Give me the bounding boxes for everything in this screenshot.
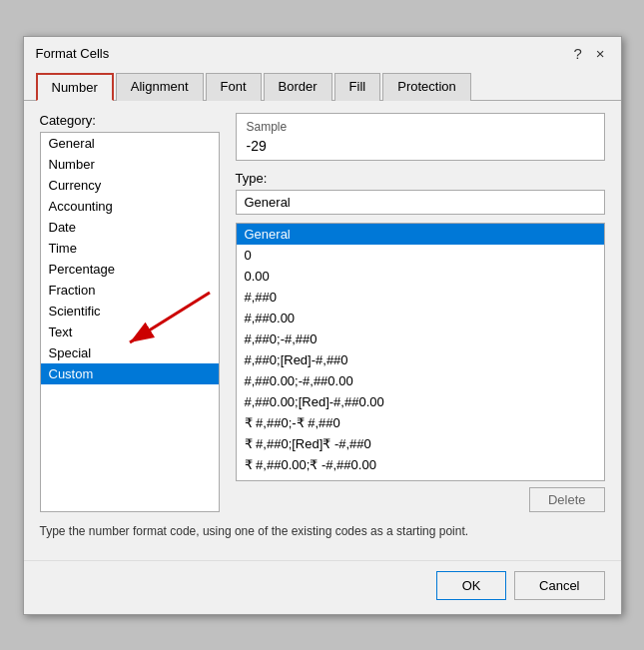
list-item[interactable]: General bbox=[41, 133, 219, 154]
list-item-custom[interactable]: Custom bbox=[41, 363, 219, 384]
format-list-item[interactable]: 0 bbox=[237, 245, 604, 266]
tab-border[interactable]: Border bbox=[264, 73, 332, 101]
list-item[interactable]: Time bbox=[41, 238, 219, 259]
list-item[interactable]: Text bbox=[41, 322, 219, 342]
cancel-button[interactable]: Cancel bbox=[514, 571, 604, 600]
category-list: General Number Currency Accounting Date … bbox=[41, 133, 219, 511]
list-item[interactable]: Date bbox=[41, 217, 219, 238]
delete-button[interactable]: Delete bbox=[529, 487, 605, 512]
list-item[interactable]: Number bbox=[41, 154, 219, 175]
format-list-item[interactable]: #,##0 bbox=[237, 287, 604, 308]
list-item[interactable]: Percentage bbox=[41, 259, 219, 280]
sample-value: -29 bbox=[247, 138, 594, 154]
tab-protection[interactable]: Protection bbox=[382, 73, 471, 101]
delete-row: Delete bbox=[236, 487, 605, 512]
dialog-content: Category: General Number Currency Accoun… bbox=[24, 101, 621, 552]
tab-number[interactable]: Number bbox=[36, 73, 114, 101]
sample-box: Sample -29 bbox=[236, 113, 605, 161]
category-section: Category: General Number Currency Accoun… bbox=[40, 113, 220, 512]
tab-alignment[interactable]: Alignment bbox=[116, 73, 204, 101]
list-item[interactable]: Fraction bbox=[41, 280, 219, 301]
format-cells-dialog: Format Cells ? × Number Alignment Font B… bbox=[23, 36, 622, 615]
format-list-item[interactable]: #,##0.00 bbox=[237, 308, 604, 328]
format-list-item[interactable]: ₹ #,##0;[Red]₹ -#,##0 bbox=[237, 433, 604, 454]
type-input[interactable] bbox=[236, 190, 605, 215]
button-row: OK Cancel bbox=[24, 560, 621, 614]
title-bar: Format Cells ? × bbox=[24, 37, 621, 62]
right-section: Sample -29 Type: General 0 0.00 #,##0 #,… bbox=[236, 113, 605, 512]
tab-bar: Number Alignment Font Border Fill Protec… bbox=[24, 66, 621, 101]
list-item[interactable]: Scientific bbox=[41, 301, 219, 322]
list-item[interactable]: Currency bbox=[41, 175, 219, 196]
format-list-item[interactable]: #,##0.00;-#,##0.00 bbox=[237, 370, 604, 391]
format-list-item[interactable]: ₹ #,##0.00;₹ -#,##0.00 bbox=[237, 454, 604, 475]
sample-label: Sample bbox=[247, 120, 594, 134]
dialog-title: Format Cells bbox=[36, 46, 110, 61]
title-bar-buttons: ? × bbox=[569, 45, 608, 62]
main-row: Category: General Number Currency Accoun… bbox=[40, 113, 605, 512]
format-list-item[interactable]: #,##0.00;[Red]-#,##0.00 bbox=[237, 391, 604, 412]
tab-font[interactable]: Font bbox=[206, 73, 262, 101]
close-button[interactable]: × bbox=[592, 45, 609, 62]
format-list-item[interactable]: 0.00 bbox=[237, 266, 604, 287]
list-item[interactable]: Accounting bbox=[41, 196, 219, 217]
ok-button[interactable]: OK bbox=[436, 571, 506, 600]
list-item[interactable]: Special bbox=[41, 342, 219, 363]
format-list: General 0 0.00 #,##0 #,##0.00 #,##0;-#,#… bbox=[237, 224, 604, 480]
format-list-item[interactable]: #,##0;-#,##0 bbox=[237, 328, 604, 349]
format-list-item[interactable]: #,##0;[Red]-#,##0 bbox=[237, 349, 604, 370]
type-label: Type: bbox=[236, 171, 605, 186]
help-button[interactable]: ? bbox=[569, 45, 585, 62]
format-list-item[interactable]: General bbox=[237, 224, 604, 245]
hint-text: Type the number format code, using one o… bbox=[40, 522, 605, 540]
format-list-container: General 0 0.00 #,##0 #,##0.00 #,##0;-#,#… bbox=[236, 223, 605, 481]
tab-fill[interactable]: Fill bbox=[334, 73, 381, 101]
category-label: Category: bbox=[40, 113, 220, 128]
category-list-container: General Number Currency Accounting Date … bbox=[40, 132, 220, 512]
format-list-item[interactable]: ₹ #,##0;-₹ #,##0 bbox=[237, 412, 604, 433]
